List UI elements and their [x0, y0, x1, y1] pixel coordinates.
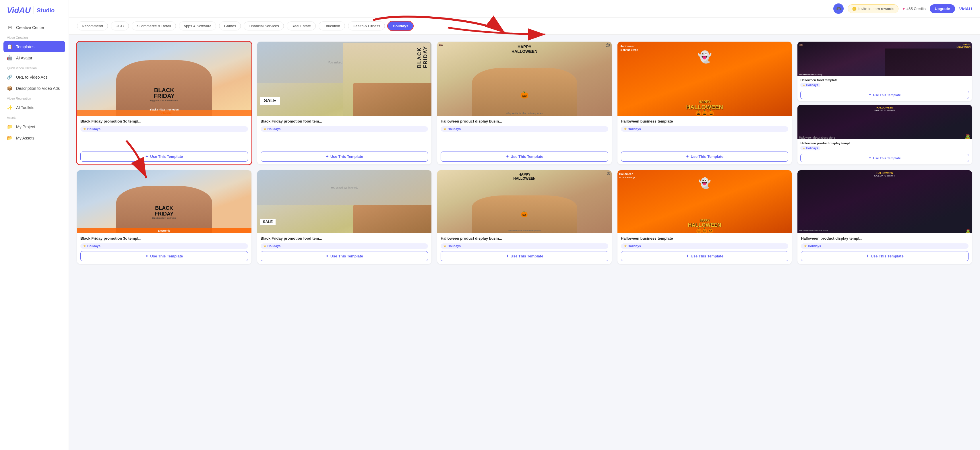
r2-card-title-3: Halloween product display busin... — [441, 236, 608, 241]
use-label-r2-4: Use This Template — [690, 254, 723, 258]
card-info-3: Halloween product display busin... ★ Hol… — [437, 116, 612, 164]
r2-tag-label-1: Holidays — [87, 244, 100, 248]
use-template-btn-5a[interactable]: ✦ Use This Template — [800, 91, 969, 99]
card-column-5: HAPPYHALLOWEEN This Halloween Possibilit… — [797, 41, 972, 164]
sidebar-item-my-project[interactable]: 📁 My Project — [0, 121, 68, 132]
tab-health-fitness[interactable]: Health & Fitness — [348, 22, 385, 30]
card-info-4: Halloween business template ★ Holidays ✦… — [617, 116, 792, 164]
magic-icon-1: ✦ — [145, 154, 148, 159]
discord-button[interactable]: 🎮 — [833, 3, 844, 14]
bf-text-block: BLACKFRIDAY Big price cuts in electronic… — [80, 87, 248, 102]
r2-thumb-3: HAPPYHALLOWEEN 🕸 🎃 Why settle for the or… — [437, 170, 612, 233]
template-grid: BLACKFRIDAY Big price cuts in electronic… — [77, 41, 972, 164]
sidebar-item-creative-center[interactable]: ⊞ Creative Center — [0, 22, 68, 33]
upgrade-button[interactable]: Upgrade — [930, 4, 955, 13]
main-area: 🎮 🪙 Invite to earn rewards ♥ 465 Credits… — [69, 0, 980, 450]
tab-ecommerce[interactable]: eCommerce & Retail — [132, 22, 176, 30]
small-card-info-2: Halloween product display templ... ★ Hol… — [797, 139, 972, 154]
r2-card-tag-4: ★ Holidays — [621, 243, 789, 249]
assets-icon: 📂 — [7, 135, 13, 141]
halloween-sub: Why settle for the ordinary when — [437, 112, 612, 115]
card-title-4: Halloween business template — [621, 119, 789, 124]
use-template-btn-5b[interactable]: ✦ Use This Template — [800, 154, 969, 162]
tab-ugc[interactable]: UGC — [111, 22, 129, 30]
r2-card-tag-5: ★ Holidays — [801, 243, 969, 249]
sidebar-item-label: Creative Center — [16, 25, 44, 30]
logo: VidAU — [7, 6, 31, 15]
template-card-halloween-product: HAPPYHALLOWEEN 🕸 🦇 🎃 Why settle for the … — [437, 41, 612, 164]
use-template-label-4: Use This Template — [690, 154, 723, 159]
description-icon: 📦 — [7, 86, 13, 91]
template-card-bf-3c: BLACKFRIDAY Big price cuts in electronic… — [77, 41, 251, 164]
sidebar: VidAU Studio ⊞ Creative Center Video Cre… — [0, 0, 69, 450]
template-card-r2-1: BLACKFRIDAY Big price cuts in electronic… — [77, 170, 251, 264]
link-icon: 🔗 — [7, 74, 13, 80]
magic-icon-r2-3: ✦ — [506, 254, 509, 258]
credits-display: ♥ 465 Credits — [902, 6, 926, 11]
magic-icon-4: ✦ — [686, 154, 689, 159]
use-template-btn-4[interactable]: ✦ Use This Template — [621, 151, 789, 162]
sidebar-item-description-to-video[interactable]: 📦 Description to Video Ads — [0, 83, 68, 94]
sidebar-item-templates[interactable]: 📋 Templates — [3, 41, 65, 52]
small-card-title-2: Halloween product display templ... — [800, 142, 969, 145]
star-icon: ★ — [83, 127, 86, 131]
template-thumb-2: You asked, we listened. BLACKFRIDAY SALE — [257, 41, 432, 116]
tab-real-estate[interactable]: Real Estate — [287, 22, 316, 30]
tab-games[interactable]: Games — [219, 22, 241, 30]
r2-tag-label-4: Holidays — [628, 244, 641, 248]
use-template-btn-r2-2[interactable]: ✦ Use This Template — [261, 251, 428, 261]
magic-icon-r2-5: ✦ — [866, 254, 869, 258]
use-template-btn-1[interactable]: ✦ Use This Template — [80, 151, 248, 162]
use-label-r2-5: Use This Template — [871, 254, 904, 258]
use-template-label-2: Use This Template — [330, 154, 363, 159]
coin-icon: 🪙 — [852, 6, 857, 11]
r2-star-4: ★ — [624, 244, 627, 248]
use-template-label-5a: Use This Template — [873, 93, 900, 97]
project-icon: 📁 — [7, 124, 13, 129]
r2-card-info-4: Halloween business template ★ Holidays ✦… — [617, 233, 792, 264]
small-btn-area-2: ✦ Use This Template — [797, 154, 972, 164]
pumpkin-icon: 🎃 — [520, 91, 529, 99]
user-label[interactable]: VidAU — [959, 6, 972, 11]
halloween-verge: Halloweenis on the verge — [620, 45, 638, 51]
tab-holidays[interactable]: Holidays — [388, 22, 413, 30]
toolkits-icon: ✨ — [7, 105, 13, 110]
tab-apps-software[interactable]: Apps & Software — [179, 22, 216, 30]
use-template-btn-2[interactable]: ✦ Use This Template — [261, 151, 428, 162]
sidebar-item-ai-avatar[interactable]: 🤖 AI Avatar — [0, 52, 68, 64]
happy-halloween-text: HAPPY HALLOWEEN — [617, 100, 792, 110]
use-label-r2-1: Use This Template — [150, 254, 183, 258]
tab-education[interactable]: Education — [319, 22, 345, 30]
use-template-btn-3[interactable]: ✦ Use This Template — [441, 151, 608, 162]
star-icon-4: ★ — [624, 127, 627, 131]
r2-star-5: ★ — [804, 244, 807, 248]
card-info-2: Black Friday promotion food tem... ★ Hol… — [257, 116, 432, 164]
use-template-btn-r2-3[interactable]: ✦ Use This Template — [441, 251, 608, 261]
template-thumb-3: HAPPYHALLOWEEN 🕸 🦇 🎃 Why settle for the … — [437, 41, 612, 116]
tab-recommend[interactable]: Recommend — [77, 22, 108, 30]
use-template-btn-r2-4[interactable]: ✦ Use This Template — [621, 251, 789, 261]
use-template-btn-r2-5[interactable]: ✦ Use This Template — [801, 251, 969, 261]
template-card-r2-3: HAPPYHALLOWEEN 🕸 🎃 Why settle for the or… — [437, 170, 612, 264]
use-template-btn-r2-1[interactable]: ✦ Use This Template — [80, 251, 248, 261]
invite-label: Invite to earn rewards — [858, 6, 894, 11]
template-card-r2-5: HALLOWEEN SAVE UP TO 50% OFF 🧟 Halloween… — [797, 170, 972, 264]
sidebar-item-my-assets[interactable]: 📂 My Assets — [0, 132, 68, 143]
r2-card-title-4: Halloween business template — [621, 236, 789, 241]
templates-icon: 📋 — [7, 44, 13, 49]
r2-tag-label-2: Holidays — [267, 244, 281, 248]
grid-icon: ⊞ — [7, 25, 13, 30]
r2-card-title-2: Black Friday promotion food tem... — [261, 236, 428, 241]
template-card-bf-food: You asked, we listened. BLACKFRIDAY SALE… — [257, 41, 432, 164]
r2-thumb-5: HALLOWEEN SAVE UP TO 50% OFF 🧟 Halloween… — [797, 170, 972, 233]
card-title-2: Black Friday promotion food tem... — [261, 119, 428, 124]
r2-card-tag-1: ★ Holidays — [80, 243, 248, 249]
tab-financial-services[interactable]: Financial Services — [244, 22, 284, 30]
sidebar-item-url-to-video[interactable]: 🔗 URL to Video Ads — [0, 72, 68, 83]
invite-button[interactable]: 🪙 Invite to earn rewards — [848, 4, 899, 13]
bat-icon: 🦇 — [439, 43, 443, 47]
template-card-r2-4: Halloweenis on the verge 👻 HAPPY HALLOWE… — [617, 170, 792, 264]
sidebar-item-ai-toolkits[interactable]: ✨ AI Toolkits — [0, 102, 68, 113]
template-thumb-1: BLACKFRIDAY Big price cuts in electronic… — [77, 41, 251, 116]
sidebar-section-quick-video: Quick Video Creation — [0, 64, 68, 72]
